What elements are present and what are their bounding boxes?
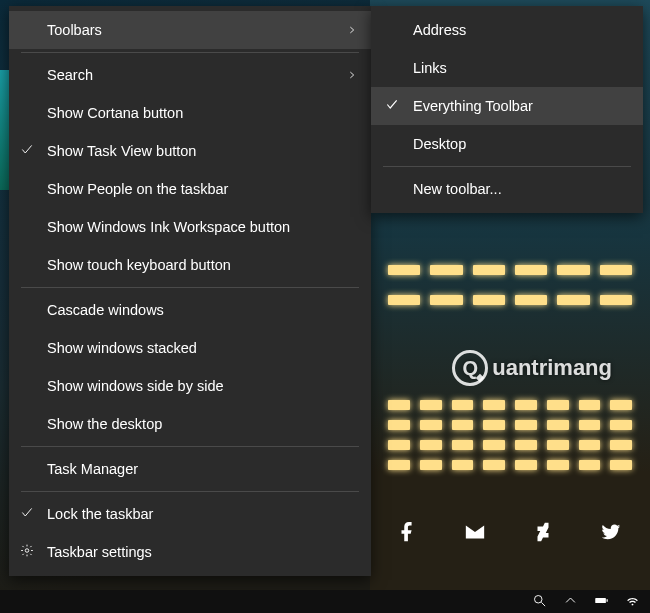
chevron-right-icon — [347, 67, 357, 83]
menu-separator — [21, 446, 359, 447]
menu-item-task-manager[interactable]: Task Manager — [9, 450, 371, 488]
menu-item-show-windows-side-by-side[interactable]: Show windows side by side — [9, 367, 371, 405]
menu-item-label: Links — [413, 60, 447, 76]
menu-item-show-people-on-the-taskbar[interactable]: Show People on the taskbar — [9, 170, 371, 208]
menu-item-label: Task Manager — [47, 461, 138, 477]
menu-separator — [383, 166, 631, 167]
menu-separator — [21, 287, 359, 288]
menu-item-label: Everything Toolbar — [413, 98, 533, 114]
menu-item-label: Taskbar settings — [47, 544, 152, 560]
menu-item-show-task-view-button[interactable]: Show Task View button — [9, 132, 371, 170]
menu-item-taskbar-settings[interactable]: Taskbar settings — [9, 533, 371, 571]
menu-item-cascade-windows[interactable]: Cascade windows — [9, 291, 371, 329]
submenu-item-desktop[interactable]: Desktop — [371, 125, 643, 163]
svg-rect-4 — [607, 599, 608, 602]
watermark-text: uantrimang — [492, 355, 612, 381]
svg-rect-3 — [595, 598, 606, 603]
facebook-icon — [396, 521, 418, 546]
svg-line-2 — [541, 602, 545, 606]
watermark: Q uantrimang — [452, 350, 612, 386]
check-icon — [385, 98, 399, 115]
menu-item-search[interactable]: Search — [9, 56, 371, 94]
menu-item-label: Desktop — [413, 136, 466, 152]
social-icons — [396, 521, 622, 546]
toolbars-submenu: AddressLinksEverything ToolbarDesktopNew… — [371, 6, 643, 213]
menu-item-label: Show Task View button — [47, 143, 196, 159]
chevron-up-icon[interactable] — [563, 593, 578, 611]
menu-item-show-windows-ink-workspace-button[interactable]: Show Windows Ink Workspace button — [9, 208, 371, 246]
battery-icon[interactable] — [594, 593, 609, 611]
menu-item-label: New toolbar... — [413, 181, 502, 197]
wifi-icon[interactable] — [625, 593, 640, 611]
twitter-icon — [600, 521, 622, 546]
search-icon[interactable] — [532, 593, 547, 611]
menu-item-label: Lock the taskbar — [47, 506, 153, 522]
menu-item-label: Search — [47, 67, 93, 83]
menu-item-label: Show Cortana button — [47, 105, 183, 121]
submenu-item-links[interactable]: Links — [371, 49, 643, 87]
menu-item-label: Toolbars — [47, 22, 102, 38]
menu-item-label: Cascade windows — [47, 302, 164, 318]
menu-item-lock-the-taskbar[interactable]: Lock the taskbar — [9, 495, 371, 533]
menu-item-label: Show touch keyboard button — [47, 257, 231, 273]
svg-point-1 — [535, 595, 543, 603]
deviantart-icon — [532, 521, 554, 546]
menu-item-label: Address — [413, 22, 466, 38]
menu-item-show-windows-stacked[interactable]: Show windows stacked — [9, 329, 371, 367]
gear-icon — [20, 544, 34, 561]
check-icon — [20, 143, 34, 160]
submenu-item-address[interactable]: Address — [371, 11, 643, 49]
check-icon — [20, 506, 34, 523]
submenu-item-new-toolbar-[interactable]: New toolbar... — [371, 170, 643, 208]
menu-item-label: Show the desktop — [47, 416, 162, 432]
left-edge-accent — [0, 70, 9, 190]
menu-item-show-cortana-button[interactable]: Show Cortana button — [9, 94, 371, 132]
submenu-item-everything-toolbar[interactable]: Everything Toolbar — [371, 87, 643, 125]
menu-item-label: Show People on the taskbar — [47, 181, 228, 197]
menu-item-label: Show windows stacked — [47, 340, 197, 356]
taskbar[interactable] — [0, 590, 650, 613]
menu-separator — [21, 491, 359, 492]
gmail-icon — [464, 521, 486, 546]
menu-item-label: Show Windows Ink Workspace button — [47, 219, 290, 235]
svg-point-0 — [25, 549, 29, 553]
menu-item-show-touch-keyboard-button[interactable]: Show touch keyboard button — [9, 246, 371, 284]
menu-separator — [21, 52, 359, 53]
menu-item-show-the-desktop[interactable]: Show the desktop — [9, 405, 371, 443]
taskbar-context-menu: ToolbarsSearchShow Cortana buttonShow Ta… — [9, 6, 371, 576]
chevron-right-icon — [347, 22, 357, 38]
watermark-q-icon: Q — [452, 350, 488, 386]
menu-item-toolbars[interactable]: Toolbars — [9, 11, 371, 49]
menu-item-label: Show windows side by side — [47, 378, 224, 394]
